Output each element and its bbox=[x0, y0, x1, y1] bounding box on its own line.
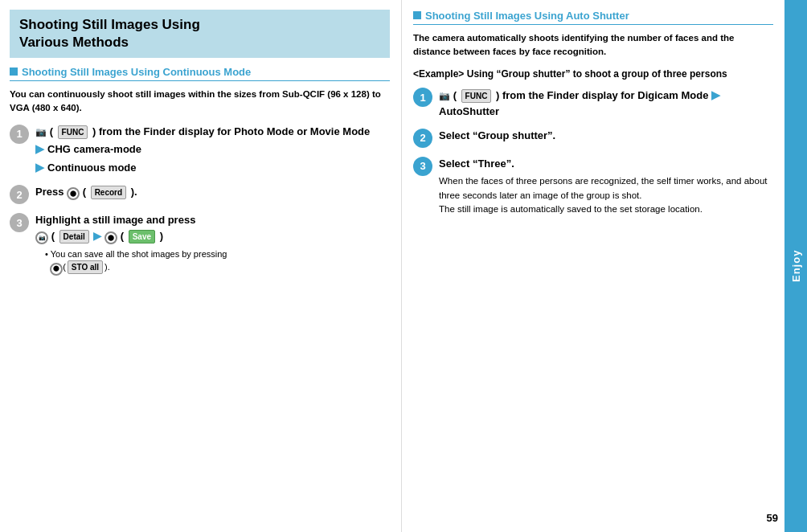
rstep1-text: ) from the Finder display for Digicam Mo… bbox=[496, 89, 708, 101]
body-text-continuous: You can continuously shoot still images … bbox=[10, 88, 390, 116]
right-step-3-content: Select “Three”. When the faces of three … bbox=[439, 156, 773, 216]
page-number: 59 bbox=[767, 512, 778, 524]
step1-text: ) from the Finder display for Photo Mode… bbox=[92, 125, 370, 137]
arrow-step3: ▶ bbox=[93, 230, 104, 242]
func-badge-r1: FUNC bbox=[461, 89, 492, 103]
subsection1-header: Shooting Still Images Using Continuous M… bbox=[10, 66, 390, 81]
open-paren-r1: ( bbox=[453, 89, 457, 101]
arrow-continuous: ▶ bbox=[35, 159, 44, 176]
record-circle-icon: ⬤ bbox=[67, 187, 80, 200]
arrow-chg: ▶ bbox=[35, 141, 44, 158]
square-icon bbox=[10, 68, 18, 76]
record-badge: Record bbox=[91, 186, 126, 199]
sub-item-chg-label: CHG camera-mode bbox=[47, 141, 141, 158]
side-tab: Enjoy bbox=[784, 0, 807, 532]
open-paren-3b: ( bbox=[121, 230, 124, 242]
sub-item-continuous: ▶ Continuous mode bbox=[35, 159, 390, 176]
step-2-num: 2 bbox=[10, 185, 29, 204]
autoshutter-label: AutoShutter bbox=[439, 105, 499, 117]
title-line2: Various Methods bbox=[19, 35, 129, 50]
title-line1: Shooting Still Images Using bbox=[19, 17, 200, 32]
func-badge-1: FUNC bbox=[58, 125, 88, 139]
camera-icon-step1: 📷 bbox=[35, 127, 47, 137]
sto-circle-icon: ⬤ bbox=[50, 263, 63, 276]
section-title: Shooting Still Images Using Various Meth… bbox=[19, 16, 380, 51]
right-step-3-num: 3 bbox=[413, 157, 432, 176]
rstep3-detail: When the faces of three persons are reco… bbox=[439, 174, 773, 216]
step2-close: ). bbox=[131, 186, 137, 198]
right-step-1-row: 1 📷 ( FUNC ) from the Finder display for… bbox=[413, 87, 773, 120]
save-badge: Save bbox=[129, 230, 155, 243]
side-tab-label: Enjoy bbox=[790, 250, 802, 282]
step-3-row: 3 Highlight a still image and press 📷 ( … bbox=[10, 212, 390, 276]
save-circle-icon: ⬤ bbox=[104, 231, 117, 244]
step-2-content: Press ⬤ ( Record ). bbox=[35, 184, 390, 200]
open-paren-3a: ( bbox=[51, 230, 55, 242]
step-1-row: 1 📷 ( FUNC ) from the Finder display for… bbox=[10, 124, 390, 177]
close-paren-3b: ) bbox=[160, 230, 163, 242]
camera-circle-icon: 📷 bbox=[35, 231, 48, 244]
subsection2-header: Shooting Still Images Using Auto Shutter bbox=[413, 10, 773, 25]
bullet-text-sto: • You can save all the shot images by pr… bbox=[35, 248, 390, 276]
step-3-num: 3 bbox=[10, 213, 29, 232]
step-1-content: 📷 ( FUNC ) from the Finder display for P… bbox=[35, 124, 390, 177]
right-step-1-content: 📷 ( FUNC ) from the Finder display for D… bbox=[439, 87, 773, 120]
sub-item-continuous-label: Continuous mode bbox=[47, 160, 137, 176]
rstep3-title: Select “Three”. bbox=[439, 158, 514, 170]
right-step-1-num: 1 bbox=[413, 88, 432, 107]
right-column: Shooting Still Images Using Auto Shutter… bbox=[402, 0, 784, 532]
left-column: Shooting Still Images Using Various Meth… bbox=[0, 0, 402, 532]
camera-icon-rstep1: 📷 bbox=[439, 91, 450, 100]
open-paren-2: ( bbox=[83, 186, 86, 198]
body-text-auto: The camera automatically shoots identify… bbox=[413, 31, 773, 59]
example-text: <Example> Using “Group shutter” to shoot… bbox=[413, 68, 773, 81]
step-3-content: Highlight a still image and press 📷 ( De… bbox=[35, 212, 390, 276]
sto-badge: STO all bbox=[68, 260, 103, 274]
right-step-2-num: 2 bbox=[413, 129, 432, 148]
square-icon-right bbox=[413, 11, 421, 19]
rstep2-text: Select “Group shutter”. bbox=[439, 129, 555, 141]
right-step-3-row: 3 Select “Three”. When the faces of thre… bbox=[413, 156, 773, 216]
sub-item-chg: ▶ CHG camera-mode bbox=[35, 141, 390, 158]
arrow-autoShutter: ▶ bbox=[711, 88, 720, 101]
detail-badge: Detail bbox=[59, 230, 89, 243]
right-step-2-content: Select “Group shutter”. bbox=[439, 128, 773, 144]
step3-main-text: Highlight a still image and press bbox=[35, 214, 195, 226]
subsection2-label: Shooting Still Images Using Auto Shutter bbox=[425, 10, 629, 22]
step2-press: Press bbox=[35, 186, 67, 198]
open-paren-1: ( bbox=[50, 125, 53, 137]
subsection1-label: Shooting Still Images Using Continuous M… bbox=[22, 66, 251, 78]
section-title-bar: Shooting Still Images Using Various Meth… bbox=[10, 10, 390, 58]
step-1-num: 1 bbox=[10, 125, 29, 144]
right-step-2-row: 2 Select “Group shutter”. bbox=[413, 128, 773, 148]
step-2-row: 2 Press ⬤ ( Record ). bbox=[10, 184, 390, 204]
main-content: Shooting Still Images Using Various Meth… bbox=[0, 0, 807, 532]
